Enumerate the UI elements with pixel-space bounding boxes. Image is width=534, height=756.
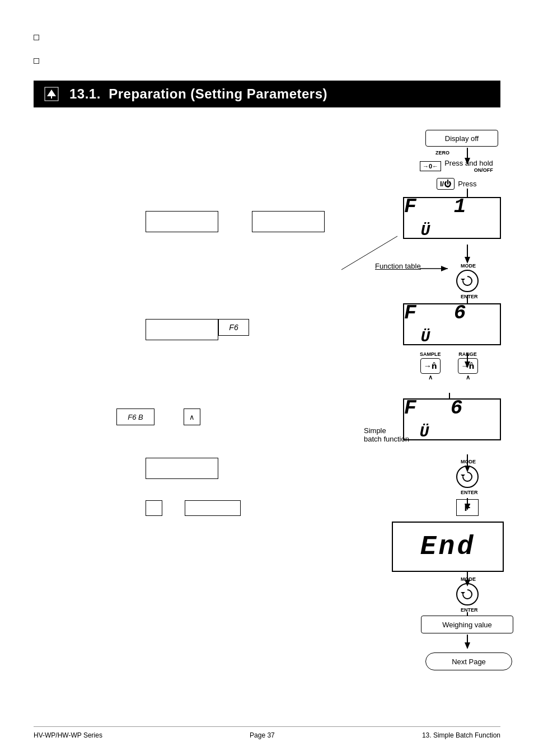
f6b-small-label: F6 B	[116, 408, 154, 425]
press-area: I/⏻ Press	[437, 178, 476, 190]
footer-center: Page 37	[250, 731, 275, 739]
section-icon	[43, 85, 60, 103]
f6-display: F 6 Ü	[403, 303, 501, 345]
f6-small-label: F6	[218, 319, 249, 336]
small-box-left	[146, 500, 162, 516]
sample-key: →n̂	[420, 358, 441, 374]
f-display: F	[456, 499, 479, 516]
next-page-box: Next Page	[425, 652, 512, 670]
zero-label: ZERO	[435, 150, 449, 156]
small-box-right	[185, 500, 241, 516]
svg-marker-34	[465, 642, 470, 649]
end-display: End	[392, 522, 504, 572]
display-off-box: Display off	[425, 130, 498, 147]
f6b-display: F 6 Ü	[403, 398, 501, 440]
zero-key: →0←	[420, 161, 441, 171]
press-hold-area: →0← Press and hold ON/OFF	[420, 159, 493, 173]
enter-label-2: ENTER	[461, 490, 478, 495]
function-table-label: Function table	[375, 262, 421, 270]
bullet-box-2	[34, 58, 39, 64]
svg-marker-31	[461, 475, 465, 477]
section-title: 13.1. Preparation (Setting Parameters)	[69, 86, 327, 102]
io-key: I/⏻	[437, 178, 455, 190]
footer: HV-WP/HW-WP Series Page 37 13. Simple Ba…	[34, 726, 500, 739]
mode-circle-1	[456, 270, 479, 292]
range-key-area: RANGE →n̂ ∧	[458, 351, 478, 381]
footer-right: 13. Simple Batch Function	[422, 731, 500, 739]
sample-key-area: SAMPLE →n̂ ∧	[420, 351, 441, 381]
bullet-section	[34, 34, 500, 64]
footer-left: HV-WP/HW-WP Series	[34, 731, 102, 739]
on-off-label: ON/OFF	[444, 167, 493, 173]
weighing-value-box: Weighing value	[421, 616, 513, 633]
mode-label-2: MODE	[461, 459, 476, 464]
left-display-box-1	[146, 211, 218, 232]
bullet-item-2	[34, 57, 500, 64]
svg-marker-30	[461, 279, 465, 281]
svg-marker-10	[441, 266, 448, 271]
simple-batch-label: Simple batch function	[364, 426, 409, 443]
section-header: 13.1. Preparation (Setting Parameters)	[34, 81, 500, 107]
arrow-to-next	[456, 635, 479, 654]
left-display-box-3	[146, 319, 218, 340]
mode-circle-2	[456, 466, 479, 488]
bullet-item-1	[34, 34, 500, 40]
left-display-box-4	[146, 458, 218, 479]
f1-display: F 1 Ü	[403, 197, 501, 239]
enter-label-1: ENTER	[461, 294, 478, 299]
bullet-box-1	[34, 35, 39, 40]
svg-marker-32	[461, 592, 465, 594]
left-display-box-2	[252, 211, 325, 232]
range-key: →n̂	[458, 358, 478, 374]
sample-range-area: SAMPLE →n̂ ∧ RANGE →n̂ ∧	[420, 351, 478, 381]
mode-circle-3	[456, 583, 479, 605]
mode-label-3: MODE	[461, 576, 476, 582]
mode-label-1: MODE	[461, 263, 476, 269]
diagram-area: Display off ZERO →0← Press and hold ON/O…	[34, 124, 500, 628]
caret-box: ∧	[184, 408, 200, 425]
press-hold-label: Press and hold ON/OFF	[444, 159, 493, 173]
enter-label-3: ENTER	[461, 607, 478, 613]
